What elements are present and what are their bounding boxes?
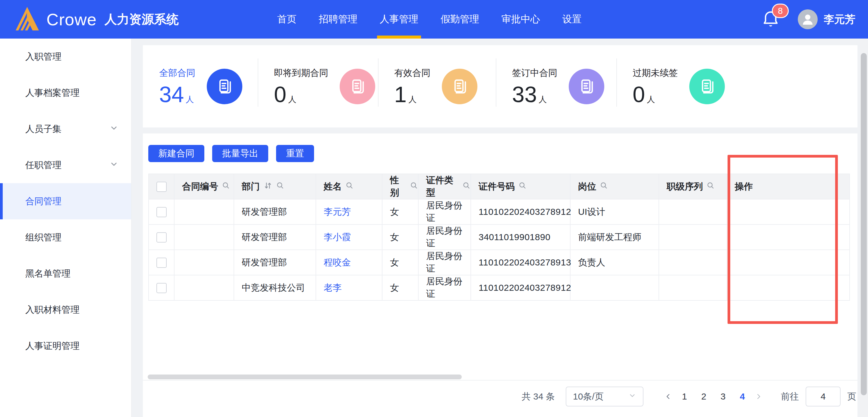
employee-name-link[interactable]: 老李: [324, 283, 342, 293]
page-number-3[interactable]: 3: [713, 391, 733, 402]
cell-department: 中竞发科技公司: [234, 275, 316, 300]
stat-label: 即将到期合同: [274, 67, 328, 79]
topbar: Crowe 人力资源系统 首页 招聘管理 人事管理 假勤管理 审批中心 设置 8: [0, 0, 868, 38]
stat-expiring-contracts[interactable]: 即将到期合同 0人: [258, 45, 378, 127]
search-icon[interactable]: [410, 181, 418, 192]
sidebar-item-onboarding[interactable]: 入职管理: [0, 38, 131, 75]
cell-id-number: 34011019901890: [471, 224, 570, 250]
page-body: 入职管理 人事档案管理 人员子集 任职管理 合同管理 组织管理 黑名单管理 入职…: [0, 38, 868, 417]
sidebar-item-personnel-subset[interactable]: 人员子集: [0, 111, 131, 147]
bell-icon: [762, 24, 779, 29]
sidebar-item-onboarding-materials[interactable]: 入职材料管理: [0, 292, 131, 328]
page-number-2[interactable]: 2: [694, 391, 713, 402]
search-icon[interactable]: [345, 181, 353, 192]
prev-page-button[interactable]: [661, 392, 675, 401]
row-checkbox[interactable]: [156, 207, 167, 217]
row-checkbox[interactable]: [156, 232, 167, 243]
search-icon[interactable]: [276, 181, 284, 192]
nav-label: 假勤管理: [441, 13, 479, 26]
nav-label: 人事管理: [380, 13, 418, 26]
stat-unit: 人: [538, 94, 547, 105]
nav-label: 审批中心: [501, 13, 540, 26]
search-icon[interactable]: [462, 181, 470, 192]
table-row: 中竞发科技公司 老李 女 居民身份证 110102202403278912: [149, 275, 849, 300]
sidebar-item-label: 合同管理: [25, 195, 61, 207]
cell-id-number: 110102202403278912: [471, 199, 570, 224]
nav-item-personnel[interactable]: 人事管理: [369, 0, 430, 38]
cell-post: UI设计: [570, 199, 659, 224]
nav-item-attendance[interactable]: 假勤管理: [430, 0, 490, 38]
stat-all-contracts[interactable]: 全部合同 34人: [143, 45, 258, 127]
stat-unit: 人: [408, 94, 416, 105]
sidebar-item-personnel-files[interactable]: 人事档案管理: [0, 75, 131, 111]
stat-label: 有效合同: [394, 67, 430, 79]
search-icon[interactable]: [600, 181, 608, 192]
page-number-4[interactable]: 4: [733, 391, 752, 402]
current-user-name[interactable]: 李元芳: [824, 12, 855, 27]
page-number-1[interactable]: 1: [675, 391, 694, 402]
sidebar-item-contracts[interactable]: 合同管理: [0, 183, 131, 219]
nav-item-settings[interactable]: 设置: [551, 0, 593, 38]
brand: Crowe 人力资源系统: [13, 6, 179, 33]
sidebar-item-tenure[interactable]: 任职管理: [0, 147, 131, 183]
select-all-checkbox[interactable]: [156, 182, 167, 192]
contract-stats-card: 全部合同 34人 即将到期合同 0人: [143, 45, 858, 127]
goto-page-label: 前往: [781, 390, 799, 403]
nav-item-home[interactable]: 首页: [266, 0, 308, 38]
search-icon[interactable]: [222, 181, 230, 192]
stat-unit: 人: [288, 94, 296, 105]
page-unit-label: 页: [847, 390, 856, 403]
cell-gender: 女: [382, 224, 418, 250]
cell-contract-no: [174, 250, 234, 275]
row-checkbox[interactable]: [156, 258, 167, 268]
search-icon[interactable]: [707, 181, 715, 192]
employee-name-link[interactable]: 李小霞: [324, 232, 351, 242]
user-avatar[interactable]: [798, 9, 818, 29]
sidebar-item-personnel-certificates[interactable]: 人事证明管理: [0, 328, 131, 364]
app-title: 人力资源系统: [104, 11, 179, 28]
employee-name-link[interactable]: 程咬金: [324, 257, 351, 267]
toolbar: 新建合同 批量导出 重置: [148, 145, 858, 162]
stat-label: 签订中合同: [512, 67, 557, 79]
reset-button[interactable]: 重置: [276, 145, 314, 162]
notification-bell-button[interactable]: 8: [762, 10, 779, 29]
page-size-value: 10条/页: [573, 390, 604, 403]
page-size-select[interactable]: 10条/页: [566, 387, 644, 407]
table-row: 研发管理部 李小霞 女 居民身份证 34011019901890 前端研发工程师: [149, 224, 849, 250]
nav-item-approval[interactable]: 审批中心: [490, 0, 551, 38]
sort-icon[interactable]: [264, 181, 273, 192]
pagination: 共 34 条 10条/页 1 2 3 4 前往 页: [522, 387, 856, 407]
employee-name-link[interactable]: 李元芳: [324, 207, 351, 217]
cell-actions: [727, 250, 849, 275]
next-page-button[interactable]: [752, 392, 765, 401]
sidebar-item-blacklist[interactable]: 黑名单管理: [0, 256, 131, 292]
batch-export-button[interactable]: 批量导出: [212, 145, 268, 162]
stat-signing-contracts[interactable]: 签订中合同 33人: [496, 45, 616, 127]
search-icon[interactable]: [518, 181, 527, 192]
column-header-post: 岗位: [578, 181, 596, 193]
sidebar-item-label: 入职管理: [25, 51, 61, 63]
vertical-scrollbar-thumb[interactable]: [861, 53, 867, 395]
table-container-divider: [143, 380, 858, 381]
contract-list-card: 新建合同 批量导出 重置 合同编号 部门: [143, 133, 858, 417]
horizontal-scrollbar[interactable]: [148, 375, 462, 379]
new-contract-button[interactable]: 新建合同: [148, 145, 204, 162]
sidebar-item-label: 黑名单管理: [25, 267, 70, 280]
column-header-id-type: 证件类型: [426, 174, 459, 199]
cell-gender: 女: [382, 199, 418, 224]
stat-value: 33: [512, 84, 537, 106]
topbar-right: 8 李元芳: [762, 9, 855, 29]
stat-unit: 人: [186, 94, 194, 105]
column-header-name: 姓名: [324, 181, 342, 193]
nav-item-recruit[interactable]: 招聘管理: [308, 0, 369, 38]
stat-expired-unrenewed[interactable]: 过期未续签 0人: [616, 45, 858, 127]
cell-rank: [659, 275, 727, 300]
stat-label: 全部合同: [159, 67, 195, 79]
stat-valid-contracts[interactable]: 有效合同 1人: [378, 45, 496, 127]
main-nav: 首页 招聘管理 人事管理 假勤管理 审批中心 设置: [266, 0, 593, 38]
row-checkbox[interactable]: [156, 283, 167, 293]
sidebar-item-organization[interactable]: 组织管理: [0, 219, 131, 256]
content-area: 全部合同 34人 即将到期合同 0人: [132, 38, 868, 417]
nav-label: 设置: [562, 13, 582, 26]
goto-page-input[interactable]: [806, 387, 841, 407]
